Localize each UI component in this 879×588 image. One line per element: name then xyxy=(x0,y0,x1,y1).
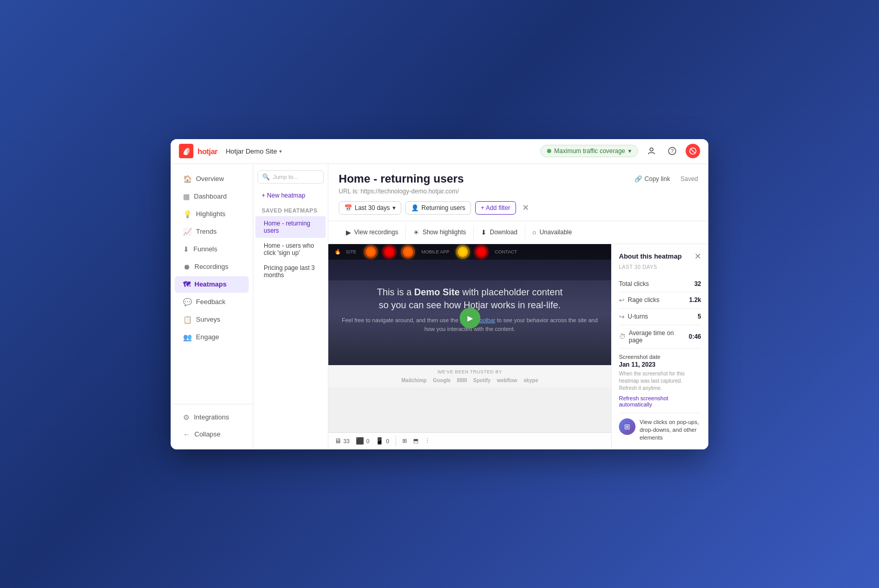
toolbar-more-group[interactable]: ⋮ xyxy=(425,438,430,444)
clear-filters-btn[interactable]: ✕ xyxy=(520,203,531,213)
segment-filter-label: Returning users xyxy=(421,204,465,212)
stat-row-avg-time: ⏱ Average time on page 0:46 xyxy=(619,325,701,349)
total-clicks-value: 32 xyxy=(694,280,701,288)
sidebar-label-highlights: Highlights xyxy=(196,210,225,218)
main-layout: 🏠 Overview ▦ Dashboard 💡 Highlights 📈 Tr… xyxy=(171,164,708,449)
play-button-overlay[interactable]: ▶ xyxy=(460,308,480,328)
help-icon: ? xyxy=(668,147,676,155)
panel-item-home-signup[interactable]: Home - users who click 'sign up' xyxy=(255,238,326,260)
sidebar-item-highlights[interactable]: 💡 Highlights xyxy=(175,206,249,222)
feedback-icon: 💬 xyxy=(183,298,192,306)
logo-area: hotjar xyxy=(179,144,218,158)
sidebar-item-integrations[interactable]: ⚙ Integrations xyxy=(175,409,249,426)
heatdot-5 xyxy=(476,247,487,257)
sidebar-label-heatmaps: Heatmaps xyxy=(194,280,226,288)
avg-time-label-group: ⏱ Average time on page xyxy=(619,329,689,344)
u-turns-label-group: ↪ U-turns xyxy=(619,313,648,321)
popup-icon-circle: ⊞ xyxy=(619,418,635,435)
tablet-count: 0 xyxy=(366,438,369,444)
date-filter-btn[interactable]: 📅 Last 30 days ▾ xyxy=(339,201,401,215)
surveys-icon: 📋 xyxy=(183,315,192,324)
toolbar-monitor-group: 🖥 33 xyxy=(335,437,350,445)
toolbar-scroll-group[interactable]: ⬒ xyxy=(413,438,418,444)
add-filter-label: + Add filter xyxy=(481,204,510,212)
panel-item-pricing[interactable]: Pricing page last 3 months xyxy=(255,261,326,282)
mobile-app-label: MOBILE APP xyxy=(421,249,449,254)
site-name: Hotjar Demo Site xyxy=(226,147,277,155)
toolbar-mobile-group: 📱 0 xyxy=(375,437,389,445)
sidebar-label-trends: Trends xyxy=(196,228,217,235)
refresh-screenshot-btn[interactable]: Refresh screenshot automatically xyxy=(619,395,701,408)
show-highlights-tab[interactable]: ☀ Show highlights xyxy=(406,225,474,239)
sidebar-item-overview[interactable]: 🏠 Overview xyxy=(175,171,249,187)
sidebar-item-surveys[interactable]: 📋 Surveys xyxy=(175,311,249,328)
trusted-logo-brand3: IIIIIII xyxy=(457,378,467,383)
stat-row-u-turns: ↪ U-turns 5 xyxy=(619,309,701,325)
popup-section: ⊞ View clicks on pop-ups, drop-downs, an… xyxy=(619,413,701,447)
screenshot-date: Jan 11, 2023 xyxy=(619,361,701,368)
sidebar-label-overview: Overview xyxy=(196,175,224,183)
popup-cursor-icon: ⊞ xyxy=(624,423,630,431)
traffic-coverage-badge[interactable]: Maximum traffic coverage ▾ xyxy=(540,145,638,157)
rage-clicks-value: 1.2k xyxy=(689,296,701,304)
search-icon: 🔍 xyxy=(262,173,270,180)
sidebar-item-engage[interactable]: 👥 Engage xyxy=(175,329,249,345)
panel-item-home-returning[interactable]: Home - returning users xyxy=(255,216,326,238)
site-selector[interactable]: Hotjar Demo Site ▾ xyxy=(226,147,282,155)
sidebar-label-feedback: Feedback xyxy=(196,298,225,306)
trusted-logo-google: Google xyxy=(433,378,450,383)
add-filter-btn[interactable]: + Add filter xyxy=(475,201,516,215)
sidebar-item-funnels[interactable]: ⬇ Funnels xyxy=(175,241,249,258)
uturn-icon: ↪ xyxy=(619,313,625,321)
sidebar-label-funnels: Funnels xyxy=(193,245,217,253)
user-icon-btn[interactable] xyxy=(644,144,659,158)
sidebar-label-engage: Engage xyxy=(196,333,219,341)
tablet-icon: ⬛ xyxy=(356,437,364,445)
view-recordings-tab[interactable]: ▶ View recordings xyxy=(339,225,406,239)
trusted-logo-mailchimp: Mailchimp xyxy=(401,378,427,383)
copy-link-btn[interactable]: 🔗 Copy link xyxy=(630,173,674,185)
filter-row: 📅 Last 30 days ▾ 👤 Returning users + Add… xyxy=(339,201,698,221)
scroll-icon: ⬒ xyxy=(413,438,418,444)
unavailable-tab[interactable]: ○ Unavailable xyxy=(525,225,580,239)
right-panel: About this heatmap ✕ LAST 30 DAYS Total … xyxy=(611,244,708,449)
link-icon: 🔗 xyxy=(634,175,642,183)
app-window: hotjar Hotjar Demo Site ▾ Maximum traffi… xyxy=(171,139,708,449)
popup-text: View clicks on pop-ups, drop-downs, and … xyxy=(640,418,701,442)
clock-icon: ⏱ xyxy=(619,333,626,340)
highlights-icon: 💡 xyxy=(183,210,192,218)
sidebar-item-trends[interactable]: 📈 Trends xyxy=(175,223,249,240)
rage-clicks-label-group: ↩ Rage clicks xyxy=(619,296,659,304)
svg-line-5 xyxy=(691,149,695,154)
sidebar-item-heatmaps[interactable]: 🗺 Heatmaps xyxy=(175,276,249,293)
help-icon-btn[interactable]: ? xyxy=(665,144,679,158)
demo-text-suffix: with placeholder content xyxy=(460,287,563,297)
copy-link-label: Copy link xyxy=(645,175,670,183)
toolbar-action-group[interactable]: ⊞ xyxy=(402,438,407,444)
dashboard-icon: ▦ xyxy=(183,192,190,201)
page-title: Home - returning users xyxy=(339,172,464,186)
sidebar-item-recordings[interactable]: ⏺ Recordings xyxy=(175,259,249,275)
traffic-status-dot xyxy=(547,149,551,153)
recordings-icon: ⏺ xyxy=(183,263,190,271)
ban-icon-btn[interactable] xyxy=(686,144,700,158)
right-panel-subtitle: LAST 30 DAYS xyxy=(619,264,701,270)
panel-search[interactable]: 🔍 Jump to... xyxy=(257,170,324,184)
sidebar-item-dashboard[interactable]: ▦ Dashboard xyxy=(175,188,249,205)
sidebar-item-collapse[interactable]: ← Collapse xyxy=(175,426,249,443)
funnels-icon: ⬇ xyxy=(183,245,189,253)
new-heatmap-label: + New heatmap xyxy=(262,192,305,199)
close-right-panel-btn[interactable]: ✕ xyxy=(694,251,701,261)
sidebar-item-feedback[interactable]: 💬 Feedback xyxy=(175,294,249,310)
segment-filter-btn[interactable]: 👤 Returning users xyxy=(405,201,471,215)
total-clicks-label: Total clicks xyxy=(619,280,649,288)
collapse-icon: ← xyxy=(183,430,190,439)
heatmaps-icon: 🗺 xyxy=(183,280,190,289)
heatdot-2 xyxy=(384,247,395,257)
traffic-chevron-icon: ▾ xyxy=(628,147,631,155)
right-panel-header: About this heatmap ✕ xyxy=(619,251,701,261)
sidebar-bottom: ⚙ Integrations ← Collapse xyxy=(171,404,253,443)
demo-text-block: This is a Demo Site with placeholder con… xyxy=(328,265,611,343)
download-tab[interactable]: ⬇ Download xyxy=(474,225,525,239)
new-heatmap-btn[interactable]: + New heatmap xyxy=(253,190,328,201)
